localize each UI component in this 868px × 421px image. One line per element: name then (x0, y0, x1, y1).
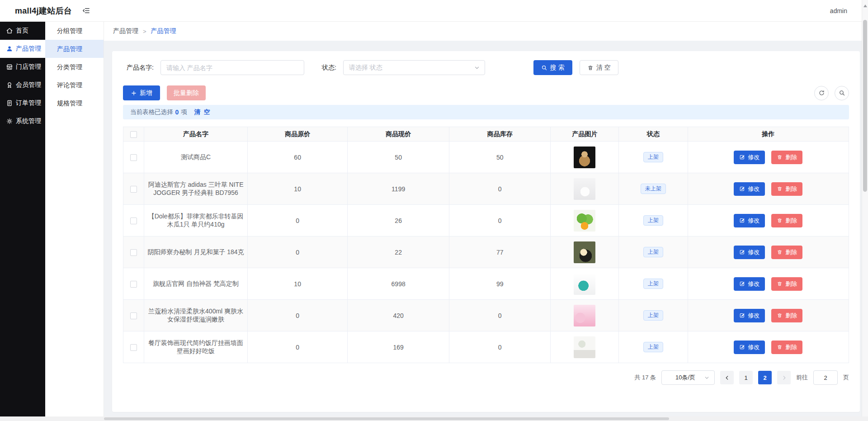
main-area: 产品管理 > 产品管理 产品名字: 状态: 请选择 状态 (104, 22, 868, 416)
search-button[interactable]: 搜 索 (533, 60, 572, 75)
clear-filters-button[interactable]: 清 空 (580, 60, 618, 75)
page-button-1[interactable]: 1 (739, 371, 753, 384)
row-checkbox[interactable] (130, 249, 137, 256)
edit-button[interactable]: 修改 (734, 277, 765, 291)
submenu-item-categories[interactable]: 分类管理 (45, 58, 104, 76)
product-name: 【Dole都乐】菲律宾都乐非转基因木瓜1只 单只约410g (144, 205, 248, 237)
delete-label: 删除 (785, 217, 797, 225)
status-select-placeholder: 请选择 状态 (349, 64, 382, 72)
edit-icon (739, 154, 745, 160)
sidebar-item-members[interactable]: 会员管理 (0, 76, 45, 94)
delete-button[interactable]: 删除 (771, 151, 802, 164)
goto-label: 前往 (796, 374, 808, 382)
refresh-button[interactable] (814, 86, 829, 100)
row-checkbox[interactable] (130, 218, 137, 224)
batch-delete-button[interactable]: 批量删除 (167, 85, 206, 100)
select-all-checkbox[interactable] (130, 131, 137, 138)
next-page-button[interactable] (777, 371, 791, 384)
edit-icon (739, 344, 745, 350)
breadcrumb-parent[interactable]: 产品管理 (113, 27, 138, 35)
original-price: 60 (247, 142, 348, 173)
goto-page-input[interactable] (813, 370, 838, 385)
product-name-input[interactable] (160, 60, 304, 75)
sidebar-item-system[interactable]: 系统管理 (0, 112, 45, 130)
submenu-item-specs[interactable]: 规格管理 (45, 94, 104, 112)
stock: 99 (449, 268, 551, 300)
app-window: mall4j建站后台 admin 首页 产品管理 门店管理 会员管理 (0, 0, 868, 421)
vertical-scrollbar[interactable] (862, 0, 868, 416)
original-price: 0 (247, 237, 348, 268)
submenu-item-comments[interactable]: 评论管理 (45, 76, 104, 94)
page-size-select[interactable]: 10条/页 (661, 370, 715, 385)
search-button-label: 搜 索 (550, 64, 565, 72)
edit-button[interactable]: 修改 (734, 341, 765, 354)
pagination-total: 共 17 条 (634, 374, 656, 382)
edit-button[interactable]: 修改 (734, 246, 765, 259)
edit-icon (739, 249, 745, 255)
table-row: 兰蔻粉水清滢柔肤水400ml 爽肤水女保湿舒缓滋润嫩肤 0 420 0 上架 修… (123, 300, 849, 331)
product-image (574, 305, 595, 326)
trash-icon (777, 186, 783, 192)
table-row: 【Dole都乐】菲律宾都乐非转基因木瓜1只 单只约410g 0 26 0 上架 … (123, 205, 849, 237)
delete-button[interactable]: 删除 (771, 341, 802, 354)
scroll-up-arrow-icon[interactable] (863, 3, 867, 7)
delete-button[interactable]: 删除 (771, 309, 802, 322)
col-status: 状态 (619, 127, 688, 142)
chevron-down-icon (474, 65, 480, 71)
page-button-2[interactable]: 2 (758, 371, 772, 384)
sidebar-item-home[interactable]: 首页 (0, 22, 45, 40)
home-icon (6, 27, 13, 34)
breadcrumb-current[interactable]: 产品管理 (151, 27, 176, 35)
stock: 0 (449, 205, 551, 237)
sidebar-item-stores[interactable]: 门店管理 (0, 58, 45, 76)
goto-suffix: 页 (843, 374, 849, 382)
vertical-scrollbar-thumb[interactable] (863, 20, 867, 192)
edit-button[interactable]: 修改 (734, 309, 765, 322)
delete-button[interactable]: 删除 (771, 246, 802, 259)
row-checkbox[interactable] (130, 312, 137, 319)
submenu-item-products[interactable]: 产品管理 (45, 40, 104, 58)
delete-button[interactable]: 删除 (771, 214, 802, 227)
delete-label: 删除 (785, 185, 797, 193)
row-checkbox[interactable] (130, 281, 137, 288)
delete-button[interactable]: 删除 (771, 277, 802, 291)
status-select[interactable]: 请选择 状态 (343, 60, 485, 75)
add-button[interactable]: 新增 (123, 85, 160, 100)
edit-button[interactable]: 修改 (734, 214, 765, 227)
secondary-sidebar: 分组管理 产品管理 分类管理 评论管理 规格管理 (45, 22, 104, 416)
user-menu[interactable]: admin (830, 7, 847, 14)
horizontal-scrollbar-thumb[interactable] (104, 417, 669, 420)
product-image (574, 241, 595, 263)
store-icon (6, 63, 13, 71)
clear-button-label: 清 空 (596, 64, 611, 72)
original-price: 10 (247, 268, 348, 300)
delete-button[interactable]: 删除 (771, 182, 802, 196)
row-checkbox[interactable] (130, 344, 137, 351)
table-row: 阿迪达斯官方 adidas 三叶草 NITE JOGGER 男子经典鞋 BD79… (123, 173, 849, 205)
current-price: 6998 (348, 268, 449, 300)
product-name-label: 产品名字: (127, 64, 154, 72)
row-checkbox[interactable] (130, 186, 137, 193)
delete-label: 删除 (785, 153, 797, 161)
selection-clear-link[interactable]: 清 空 (194, 108, 211, 116)
current-price: 22 (348, 237, 449, 268)
edit-button[interactable]: 修改 (734, 182, 765, 196)
table-row: 阴阳师寮办秘制 月见和菓子 184克 0 22 77 上架 修改 删除 (123, 237, 849, 268)
breadcrumb: 产品管理 > 产品管理 (104, 22, 868, 41)
gear-icon (6, 118, 13, 125)
row-checkbox[interactable] (130, 154, 137, 161)
pagination: 共 17 条 10条/页 1 2 前往 页 (123, 370, 849, 385)
sidebar-item-orders[interactable]: 订单管理 (0, 94, 45, 112)
edit-label: 修改 (748, 248, 760, 256)
sidebar-item-products[interactable]: 产品管理 (0, 40, 45, 58)
search-icon (839, 90, 845, 96)
submenu-item-groups[interactable]: 分组管理 (45, 22, 104, 40)
stock: 0 (449, 300, 551, 331)
col-product-name: 产品名字 (144, 127, 248, 142)
collapse-menu-icon[interactable] (82, 6, 90, 15)
sidebar-item-label: 门店管理 (16, 63, 41, 71)
edit-button[interactable]: 修改 (734, 151, 765, 164)
prev-page-button[interactable] (720, 371, 734, 384)
horizontal-scrollbar[interactable] (0, 416, 868, 421)
column-search-button[interactable] (835, 86, 849, 100)
